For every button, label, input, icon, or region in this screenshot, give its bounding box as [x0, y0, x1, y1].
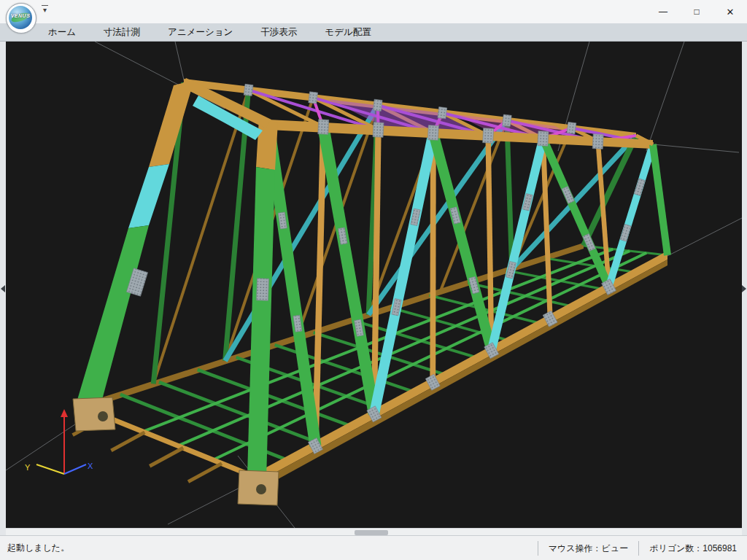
tab-model-placement[interactable]: モデル配置 — [319, 23, 376, 41]
ribbon-tab-bar: ホーム 寸法計測 アニメーション 干渉表示 モデル配置 — [0, 23, 747, 42]
logo-label: VENUS — [7, 13, 34, 18]
near-truss — [257, 120, 667, 491]
status-message: 起動しました。 — [0, 542, 538, 554]
tab-dimension-measure[interactable]: 寸法計測 — [98, 23, 146, 41]
app-window: VENUS ▾ — □ ✕ ホーム 寸法計測 アニメーション 干渉表示 モデル配… — [0, 0, 747, 560]
hscrollbar-thumb[interactable] — [355, 530, 388, 535]
status-bar: 起動しました。 マウス操作：ビュー ポリゴン数：1056981 — [0, 535, 747, 560]
viewport-3d[interactable]: Y X — [6, 42, 742, 528]
close-button[interactable]: ✕ — [713, 0, 747, 23]
status-polygon-count: ポリゴン数：1056981 — [638, 541, 747, 556]
quick-access-toolbar-button[interactable]: ▾ — [42, 5, 48, 15]
tab-home[interactable]: ホーム — [42, 23, 82, 41]
tab-animation[interactable]: アニメーション — [162, 23, 239, 41]
title-bar: VENUS ▾ — □ ✕ — [0, 0, 747, 23]
tab-interference-display[interactable]: 干渉表示 — [255, 23, 303, 41]
app-logo-icon: VENUS — [6, 3, 36, 34]
maximize-button[interactable]: □ — [680, 0, 713, 23]
axis-label-x: X — [88, 462, 93, 470]
left-splitter-arrow[interactable] — [1, 285, 5, 292]
right-splitter-arrow[interactable] — [742, 285, 746, 292]
window-controls: — □ ✕ — [646, 0, 747, 23]
axis-label-y: Y — [25, 463, 31, 472]
bridge-model: Y X — [6, 42, 742, 528]
minimize-button[interactable]: — — [646, 0, 680, 23]
main-area: Y X — [0, 42, 747, 536]
status-mouse-mode: マウス操作：ビュー — [538, 541, 638, 556]
